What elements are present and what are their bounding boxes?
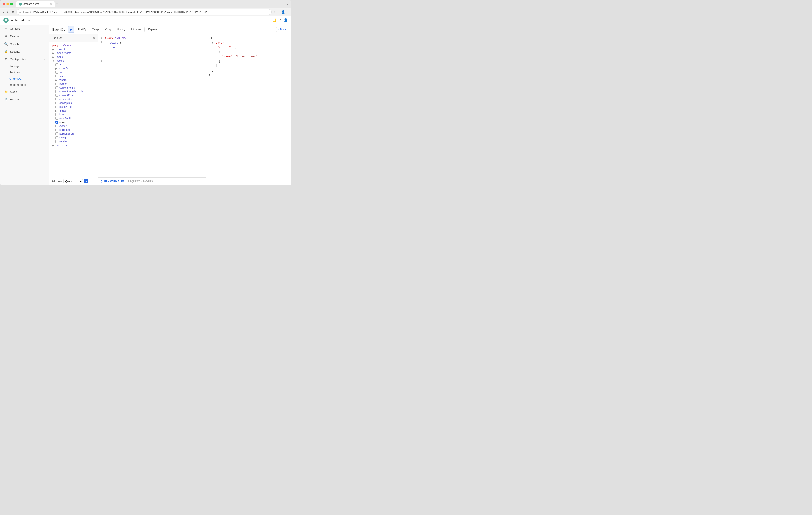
explorer-item-description[interactable]: description	[49, 101, 98, 105]
query-type-select[interactable]: Query Mutation Subscription	[63, 179, 83, 184]
explorer-button[interactable]: Explorer	[146, 27, 160, 32]
tab-close-icon[interactable]: ✕	[50, 3, 52, 5]
profile-icon[interactable]: 👤	[281, 10, 285, 13]
result-line: ▼{	[206, 36, 291, 40]
explorer-item-rating[interactable]: rating	[49, 136, 98, 139]
external-link-icon[interactable]: ↗	[279, 18, 282, 22]
main-layout: ✏ Content › 🖥 Design › 🔍 Search › 🔒 Secu…	[0, 25, 291, 185]
sidebar-item-recipes[interactable]: 📋 Recipes	[0, 96, 49, 103]
explorer-title: Explorer	[52, 36, 62, 39]
graphiql-area: GraphiQL ▶ Prettify Merge Copy History I…	[49, 25, 291, 185]
recipes-icon: 📋	[4, 98, 8, 101]
explorer-item-displaytext[interactable]: displayText	[49, 105, 98, 109]
docs-button[interactable]: ‹ Docs	[276, 27, 288, 32]
explorer-item-where[interactable]: ▶ where:	[49, 78, 98, 82]
line-content: recipe {	[105, 41, 121, 45]
explorer-item-first[interactable]: first:	[49, 63, 98, 66]
chevron-right-icon: ›	[45, 50, 46, 53]
reload-button[interactable]: ↻	[10, 9, 15, 14]
merge-button[interactable]: Merge	[90, 27, 102, 32]
explorer-item[interactable]: ▶ contentItem	[49, 47, 98, 51]
main-wrapper: O orchard-demo 🌙 ↗ 👤 ✏ Content › 🖥 Desi	[0, 16, 291, 185]
checkbox-icon	[55, 83, 58, 85]
design-icon: 🖥	[4, 34, 8, 38]
sidebar-item-media[interactable]: 📁 Media ›	[0, 88, 49, 96]
explorer-item-latest[interactable]: latest	[49, 113, 98, 116]
explorer-item-createdutc[interactable]: createdUtc	[49, 97, 98, 101]
url-bar[interactable]: localhost:5243/Admin/GraphQL?admin=-1076…	[16, 9, 272, 15]
forward-button[interactable]: ›	[6, 9, 9, 14]
checkbox-icon	[55, 86, 58, 89]
explorer-item-image[interactable]: ▶ image	[49, 109, 98, 113]
sidebar-sub-item-features[interactable]: Features	[0, 69, 49, 76]
explorer-item-recipe[interactable]: ▼ recipe	[49, 59, 98, 63]
tab-title: orchard-demo	[24, 3, 39, 5]
query-line-2: 2 recipe {	[98, 40, 206, 45]
explorer-item-orderby[interactable]: ▶ orderBy:	[49, 66, 98, 71]
explorer-item-owner[interactable]: owner	[49, 124, 98, 128]
explorer-item-render[interactable]: render	[49, 139, 98, 143]
query-editor-content[interactable]: 1 query MyQuery { 2 recipe {	[98, 34, 206, 178]
sidebar-sub-item-graphiql[interactable]: GraphiQL	[0, 76, 49, 82]
new-tab-button[interactable]: +	[55, 2, 59, 6]
result-line: ]	[213, 63, 291, 68]
tab-query-variables[interactable]: QUERY VARIABLES	[100, 180, 124, 184]
user-icon[interactable]: 👤	[284, 18, 288, 22]
explorer-item[interactable]: ▶ menu	[49, 55, 98, 59]
checkbox-icon	[55, 94, 58, 97]
dark-mode-icon[interactable]: 🌙	[272, 18, 277, 22]
browser-tab[interactable]: o orchard-demo ✕	[16, 1, 55, 7]
query-line-5: 5 }	[98, 54, 206, 59]
extensions-icon[interactable]: ⋯	[277, 10, 280, 13]
explorer-item-published[interactable]: published	[49, 128, 98, 132]
query-editor-panel: 1 query MyQuery { 2 recipe {	[98, 34, 206, 185]
copy-button[interactable]: Copy	[103, 27, 113, 32]
app-header-right: 🌙 ↗ 👤	[272, 18, 288, 22]
minimize-button[interactable]	[6, 3, 9, 5]
explorer-item-contentitemid[interactable]: contentItemId	[49, 86, 98, 90]
explorer-close-icon[interactable]: ✕	[92, 36, 95, 40]
run-button[interactable]: ▶	[68, 26, 75, 33]
maximize-button[interactable]	[10, 3, 13, 5]
sidebar-item-search[interactable]: 🔍 Search ›	[0, 40, 49, 48]
explorer-item-modifiedutc[interactable]: modifiedUtc	[49, 116, 98, 120]
lock-icon: 🔒	[4, 50, 8, 54]
gear-icon: ⚙	[4, 57, 8, 61]
sidebar-sub-item-import-export[interactable]: Import/Export ›	[0, 82, 49, 88]
checkbox-icon	[55, 71, 58, 74]
query-line-3: 3 name	[98, 45, 206, 50]
explorer-item-contenttype[interactable]: contentType	[49, 93, 98, 97]
close-button[interactable]	[3, 3, 5, 5]
explorer-item-author[interactable]: author	[49, 82, 98, 86]
line-number: 2	[98, 41, 105, 45]
explorer-item-contentitemversionid[interactable]: contentItemVersionId	[49, 90, 98, 93]
line-number: 4	[98, 50, 105, 54]
url-text: localhost:5243/Admin/GraphQL?admin=-1076…	[19, 11, 207, 13]
query-bottom-panel: QUERY VARIABLES REQUEST HEADERS	[98, 178, 206, 185]
collapse-icon: ▼	[212, 42, 213, 44]
tab-request-headers[interactable]: REQUEST HEADERS	[128, 180, 153, 184]
sidebar-item-configuration[interactable]: ⚙ Configuration ∨	[0, 55, 49, 63]
sidebar-item-design[interactable]: 🖥 Design ›	[0, 32, 49, 40]
menu-icon[interactable]: ⋮	[286, 10, 289, 13]
explorer-item-status[interactable]: status:	[49, 74, 98, 78]
chevron-right-icon: ›	[45, 43, 46, 45]
title-bar: o orchard-demo ✕ + ⌄	[0, 0, 291, 8]
prettify-button[interactable]: Prettify	[76, 27, 88, 32]
explorer-item-name[interactable]: ✓name	[49, 120, 98, 124]
back-button[interactable]: ‹	[2, 9, 5, 14]
sidebar-item-security[interactable]: 🔒 Security ›	[0, 48, 49, 55]
explorer-item-publishedutc[interactable]: publishedUtc	[49, 132, 98, 136]
checkbox-icon	[55, 75, 58, 77]
explorer-item-skip[interactable]: skip:	[49, 71, 98, 74]
explorer-item[interactable]: ▶ mediaAssets	[49, 51, 98, 55]
bookmark-icon[interactable]: ☆	[273, 10, 276, 13]
history-button[interactable]: History	[115, 27, 127, 32]
content-icon: ✏	[4, 27, 8, 30]
tab-favicon: o	[19, 3, 22, 5]
sidebar-item-content[interactable]: ✏ Content ›	[0, 25, 49, 32]
introspect-button[interactable]: Introspect	[128, 27, 145, 32]
explorer-item-sitelayers[interactable]: ▶ siteLayers	[49, 143, 98, 147]
add-query-button[interactable]: +	[84, 179, 88, 184]
sidebar-sub-item-settings[interactable]: Settings ›	[0, 63, 49, 69]
